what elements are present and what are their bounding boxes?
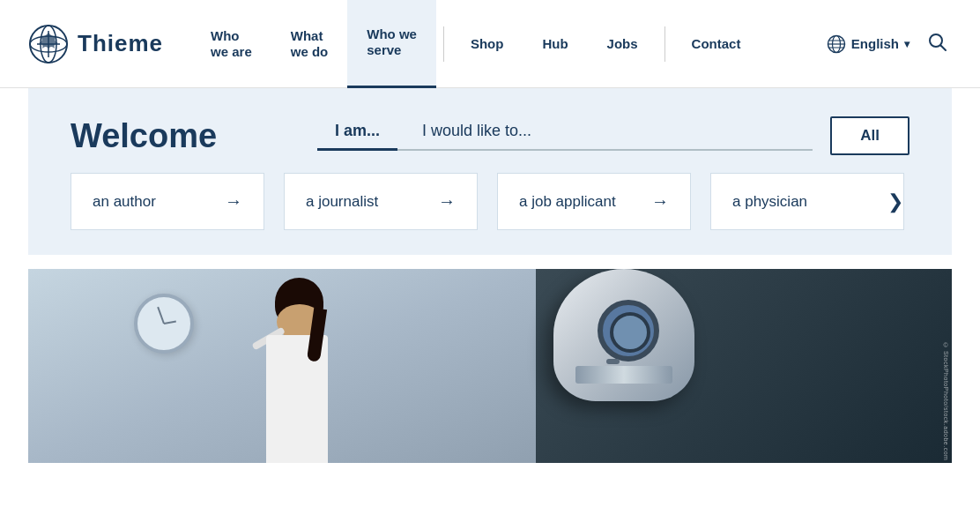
thieme-logo-icon — [28, 24, 69, 64]
all-button[interactable]: All — [830, 116, 909, 155]
search-button[interactable] — [924, 28, 952, 59]
welcome-title: Welcome — [71, 117, 264, 155]
card-physician-label: a physician — [732, 193, 807, 211]
main-nav: Thieme Who we are What we do Who we serv… — [0, 0, 980, 88]
nav-item-shop[interactable]: Shop — [451, 0, 523, 88]
card-journalist-label: a journalist — [306, 193, 378, 211]
nav-item-contact[interactable]: Contact — [672, 0, 761, 88]
card-author-arrow: → — [225, 191, 242, 212]
language-label: English — [851, 36, 899, 51]
search-icon — [927, 32, 948, 53]
hero-clock — [134, 294, 194, 354]
nav-separator-2 — [664, 26, 665, 62]
tab-i-am[interactable]: I am... — [317, 122, 397, 149]
nav-item-who-we-are[interactable]: Who we are — [191, 0, 271, 88]
robot-visor — [598, 300, 659, 362]
logo-link[interactable]: Thieme — [28, 24, 163, 64]
nav-right: English ▾ — [827, 28, 952, 59]
hero-bg-right — [536, 269, 952, 463]
nav-item-what-we-do[interactable]: What we do — [271, 0, 348, 88]
hero-person — [257, 278, 345, 463]
welcome-tabs-and-all: I am... I would like to... All — [317, 116, 909, 155]
nav-item-hub[interactable]: Hub — [523, 0, 587, 88]
nav-item-jobs[interactable]: Jobs — [588, 0, 657, 88]
svg-line-11 — [941, 46, 947, 51]
card-job-applicant[interactable]: a job applicant → — [497, 173, 691, 230]
nav-links: Who we are What we do Who we serve Shop … — [191, 0, 827, 88]
tab-i-would-like[interactable]: I would like to... — [405, 122, 549, 149]
card-journalist[interactable]: a journalist → — [284, 173, 478, 230]
language-button[interactable]: English ▾ — [827, 34, 909, 54]
card-physician-arrow: ❯ — [884, 190, 904, 213]
robot-inner-ring — [610, 312, 650, 353]
hero-section: © StockPhotoPhoto/stock.adobe.com — [28, 269, 952, 463]
brand-name: Thieme — [78, 30, 163, 57]
language-caret: ▾ — [904, 38, 909, 50]
globe-icon — [827, 34, 846, 54]
card-physician[interactable]: a physician ❯ — [710, 173, 904, 230]
nav-item-who-we-serve[interactable]: Who we serve — [347, 0, 436, 88]
welcome-section: Welcome I am... I would like to... All a… — [28, 88, 952, 255]
hero-bg-left — [28, 269, 536, 463]
card-author[interactable]: an author → — [71, 173, 264, 230]
welcome-top: Welcome I am... I would like to... All — [28, 88, 952, 155]
robot-head — [553, 269, 694, 401]
card-journalist-arrow: → — [438, 191, 456, 212]
tabs-container: I am... I would like to... — [317, 122, 813, 151]
card-author-label: an author — [93, 193, 156, 211]
card-job-applicant-arrow: → — [651, 191, 669, 212]
hero-credit: © StockPhotoPhoto/stock.adobe.com — [940, 269, 951, 463]
card-job-applicant-label: a job applicant — [519, 193, 616, 211]
nav-separator-1 — [443, 26, 444, 62]
